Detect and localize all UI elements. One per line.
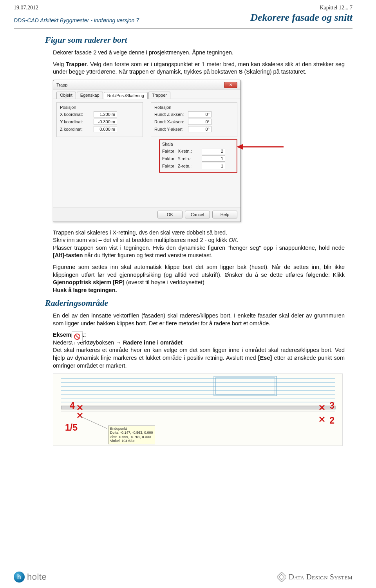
faktor-z-input[interactable]: 1 (202, 163, 225, 169)
dds-logo: Data Design System (277, 572, 352, 582)
arrow-icon (237, 142, 287, 152)
svg-marker-1 (237, 144, 243, 150)
svg-rect-24 (277, 572, 286, 582)
holte-icon: h (14, 572, 25, 583)
coordinate-tooltip: Endepunkt Delta: -0.147, -0.563, 0.000 A… (108, 426, 155, 444)
dialog-trapp: Trapp ✕ Objekt Egenskap Rot./Pos./Skaler… (53, 80, 241, 222)
faktor-x-input[interactable]: 2 (202, 148, 225, 154)
header-chapter: Kapittel 12... 7 (320, 5, 352, 11)
kw-rp: Gjennoppfrisk skjerm [RP] (53, 279, 125, 285)
ok-button[interactable]: OK (157, 211, 183, 218)
cancel-button[interactable]: Cancel (185, 211, 210, 218)
point-label-3: 3 (329, 400, 334, 411)
close-icon[interactable]: ✕ (224, 82, 237, 88)
dds-icon (277, 572, 286, 582)
para-3: Trappen skal skaleres i X-retning, dvs d… (53, 229, 345, 260)
kw-alt: [Alt]-tasten (53, 252, 83, 258)
tab-egenskap[interactable]: Egenskap (77, 92, 103, 99)
kw-lagre: Husk å lagre tegningen. (53, 287, 117, 293)
heading-radering: Raderingsområde (45, 298, 345, 308)
point-label-2: 2 (329, 415, 334, 426)
holte-logo: h holte (14, 572, 47, 583)
product-title: DDS-CAD Arkitekt Byggmester - innføring … (14, 17, 139, 23)
heading-figur: Figur som raderer bort (45, 35, 345, 45)
para-2: Velg Trapper. Velg den første som er i u… (53, 61, 345, 76)
para-1: Dekorer fasade 2 ved å velge denne i pro… (53, 49, 345, 57)
help-button[interactable]: Help (212, 211, 237, 218)
para-eksempel-1: Eksempel 1: Nederst i verktøyboksen → Ra… (53, 331, 345, 370)
svg-line-3 (75, 335, 79, 339)
para-5: En del av den innsatte vektorfilen (fasa… (53, 312, 345, 327)
fieldset-posisjon: Posisjon X koordinat:1.200 m Y koordinat… (56, 102, 143, 137)
z-koordinat-input[interactable]: 0.000 m (94, 126, 117, 132)
fieldset-rotasjon: Rotasjon Rundt Z-aksen:0° Rundt X-aksen:… (151, 102, 237, 137)
svg-rect-13 (61, 406, 335, 409)
svg-line-23 (80, 416, 107, 429)
svg-rect-25 (279, 574, 284, 580)
rundt-y-input[interactable]: 0° (188, 126, 212, 132)
dialog-title: Trapp (56, 83, 67, 87)
rundt-x-input[interactable]: 0° (188, 119, 212, 125)
faktor-y-input[interactable]: 1 (202, 155, 225, 162)
svg-rect-12 (215, 378, 275, 394)
section-title: Dekorere fasade og snitt (250, 12, 352, 23)
tab-objekt[interactable]: Objekt (56, 92, 76, 99)
kw-s: S (239, 69, 243, 75)
facade-drawing: 1/5 2 3 4 Endepunkt Delta: -0.147, -0.56… (53, 373, 343, 446)
y-koordinat-input[interactable]: -0.300 m (94, 119, 117, 125)
rundt-z-input[interactable]: 0° (188, 111, 212, 117)
point-label-4: 4 (70, 400, 75, 411)
para-4: Figurene som settes inn skal automatisk … (53, 263, 345, 294)
eraser-tool-icon[interactable] (72, 331, 83, 342)
point-label-1-5: 1/5 (65, 422, 78, 433)
tab-trapper[interactable]: Trapper (148, 92, 170, 99)
x-koordinat-input[interactable]: 1.200 m (94, 111, 117, 117)
kw-trapper: Trapper (66, 61, 87, 67)
tab-rot-pos-skalering[interactable]: Rot./Pos./Skalering (104, 92, 148, 99)
header-date: 19.07.2012 (14, 5, 38, 11)
svg-rect-11 (214, 376, 277, 396)
header-divider (14, 28, 352, 29)
fieldset-skala: Skala Faktor i X-retn.:2 Faktor i Y-retn… (159, 139, 237, 173)
